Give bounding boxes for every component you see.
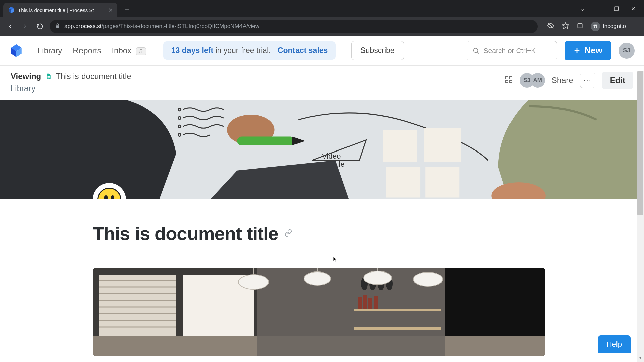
process-st-favicon-icon bbox=[8, 7, 15, 13]
svg-rect-32 bbox=[237, 137, 295, 145]
scrollbar-thumb[interactable] bbox=[637, 71, 643, 215]
extensions-icon[interactable] bbox=[577, 22, 583, 31]
svg-rect-3 bbox=[56, 25, 59, 28]
svg-rect-55 bbox=[374, 296, 378, 309]
nav-library[interactable]: Library bbox=[38, 46, 62, 55]
kebab-menu-icon[interactable]: ⋮ bbox=[633, 23, 639, 30]
browser-tab[interactable]: This is document title | Process St ✕ bbox=[3, 3, 117, 17]
app-top-bar: Library Reports Inbox 5 13 days left in … bbox=[0, 36, 644, 66]
document-icon bbox=[45, 73, 52, 80]
svg-rect-52 bbox=[358, 297, 362, 309]
url-text: app.process.st/pages/This-is-document-ti… bbox=[64, 23, 259, 30]
incognito-label: Incognito bbox=[603, 23, 626, 30]
breadcrumb-library[interactable]: Library bbox=[11, 84, 131, 93]
process-st-logo-icon[interactable] bbox=[9, 44, 23, 58]
svg-rect-54 bbox=[368, 298, 372, 309]
page-sub-header: Viewing This is document title Library S… bbox=[0, 66, 644, 100]
svg-marker-5 bbox=[562, 23, 569, 29]
svg-rect-53 bbox=[363, 295, 367, 309]
tab-search-icon[interactable]: ⌄ bbox=[580, 6, 585, 12]
help-button[interactable]: Help bbox=[598, 335, 631, 353]
nav-reports[interactable]: Reports bbox=[73, 46, 101, 55]
incognito-icon[interactable] bbox=[591, 22, 600, 31]
trial-banner: 13 days left in your free trial. Contact… bbox=[163, 41, 336, 60]
svg-point-60 bbox=[238, 275, 269, 289]
edit-button[interactable]: Edit bbox=[602, 72, 633, 89]
svg-rect-50 bbox=[354, 309, 441, 311]
reload-icon[interactable] bbox=[35, 21, 45, 32]
subscribe-button[interactable]: Subscribe bbox=[351, 41, 404, 60]
browser-tab-strip: This is document title | Process St ✕ ＋ … bbox=[0, 0, 644, 17]
nav-inbox[interactable]: Inbox 5 bbox=[112, 46, 146, 55]
inbox-count-badge: 5 bbox=[136, 47, 146, 55]
svg-point-62 bbox=[364, 271, 392, 285]
minimize-icon[interactable]: ― bbox=[597, 6, 602, 12]
svg-rect-30 bbox=[425, 167, 459, 198]
search-icon bbox=[472, 47, 480, 54]
relations-icon[interactable] bbox=[505, 76, 513, 85]
bookmark-star-icon[interactable] bbox=[562, 22, 569, 31]
svg-rect-28 bbox=[424, 128, 461, 162]
window-controls: ⌄ ― ❐ ✕ bbox=[580, 6, 644, 17]
page-title: This is document title bbox=[93, 223, 278, 244]
content-image bbox=[93, 268, 545, 356]
svg-rect-19 bbox=[509, 80, 512, 83]
svg-text:Video: Video bbox=[322, 152, 341, 160]
share-button[interactable]: Share bbox=[552, 76, 573, 85]
breadcrumb-doc-title: This is document title bbox=[56, 72, 131, 81]
new-tab-button[interactable]: ＋ bbox=[123, 4, 131, 14]
copy-link-icon[interactable] bbox=[284, 229, 292, 238]
svg-rect-18 bbox=[506, 80, 508, 83]
svg-point-61 bbox=[304, 272, 331, 285]
svg-rect-29 bbox=[386, 167, 420, 198]
search-placeholder: Search or Ctrl+K bbox=[484, 47, 536, 55]
viewing-label: Viewing bbox=[11, 72, 41, 81]
cover-image: Video module bbox=[0, 100, 644, 199]
svg-rect-27 bbox=[383, 130, 417, 162]
svg-rect-39 bbox=[99, 275, 176, 336]
plus-icon bbox=[573, 47, 581, 54]
svg-rect-16 bbox=[506, 77, 508, 79]
lock-icon bbox=[55, 23, 60, 30]
user-avatar[interactable]: SJ bbox=[619, 43, 635, 59]
contact-sales-link[interactable]: Contact sales bbox=[278, 46, 328, 55]
avatar[interactable]: AM bbox=[530, 73, 545, 88]
eye-off-icon[interactable] bbox=[547, 22, 554, 31]
maximize-icon[interactable]: ❐ bbox=[614, 6, 619, 12]
svg-point-12 bbox=[473, 48, 478, 52]
svg-point-7 bbox=[594, 26, 595, 28]
svg-rect-17 bbox=[509, 77, 512, 79]
more-menu-button[interactable]: ··· bbox=[580, 73, 595, 88]
collaborator-avatars[interactable]: SJ AM bbox=[520, 73, 545, 88]
svg-rect-51 bbox=[354, 327, 441, 330]
back-icon[interactable] bbox=[5, 21, 15, 32]
new-button[interactable]: New bbox=[565, 41, 611, 60]
tab-title: This is document title | Process St bbox=[18, 7, 105, 13]
browser-address-bar: app.process.st/pages/This-is-document-ti… bbox=[0, 17, 644, 36]
svg-line-13 bbox=[477, 52, 479, 53]
forward-icon[interactable] bbox=[20, 21, 30, 32]
search-input[interactable]: Search or Ctrl+K bbox=[467, 41, 557, 60]
url-field[interactable]: app.process.st/pages/This-is-document-ti… bbox=[50, 20, 538, 33]
svg-point-63 bbox=[413, 272, 443, 286]
close-window-icon[interactable]: ✕ bbox=[631, 6, 635, 12]
close-tab-icon[interactable]: ✕ bbox=[108, 7, 113, 13]
scroll-down-icon[interactable]: ▼ bbox=[637, 354, 644, 361]
mouse-cursor-icon bbox=[333, 257, 337, 262]
svg-rect-6 bbox=[578, 23, 582, 28]
svg-point-8 bbox=[596, 26, 597, 28]
